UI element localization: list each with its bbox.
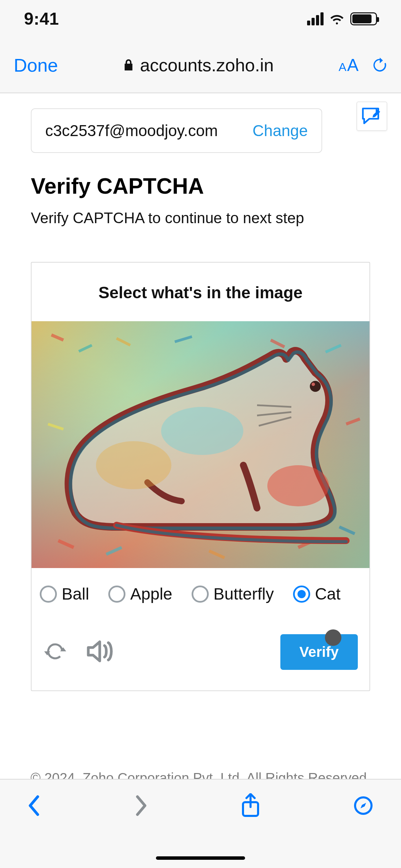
captcha-card: Select what's in the image	[31, 262, 370, 691]
svg-point-16	[310, 381, 321, 392]
text-size-large-a: A	[347, 56, 359, 75]
done-button[interactable]: Done	[14, 55, 58, 76]
cursor-indicator	[325, 629, 341, 646]
url-text: accounts.zoho.in	[140, 55, 274, 75]
url-area[interactable]: accounts.zoho.in	[58, 55, 339, 75]
status-time: 9:41	[24, 9, 59, 29]
open-in-safari-button[interactable]	[353, 795, 374, 816]
account-email: c3c2537f@moodjoy.com	[45, 121, 253, 140]
svg-point-21	[267, 465, 329, 506]
share-icon	[241, 793, 260, 818]
browser-bottom-toolbar	[0, 779, 401, 868]
svg-marker-27	[361, 803, 366, 808]
refresh-captcha-button[interactable]	[43, 639, 67, 665]
text-size-button[interactable]: AA	[339, 55, 359, 75]
home-indicator	[156, 856, 245, 860]
page-subtitle: Verify CAPTCHA to continue to next step	[31, 208, 370, 227]
svg-point-23	[161, 407, 243, 455]
page-title: Verify CAPTCHA	[31, 173, 370, 199]
compass-icon	[353, 795, 374, 816]
chevron-left-icon	[27, 795, 41, 817]
email-pill: c3c2537f@moodjoy.com Change	[31, 108, 322, 153]
feedback-button[interactable]	[356, 101, 387, 131]
radio-icon	[293, 586, 310, 603]
status-bar: 9:41	[0, 0, 401, 38]
captcha-option-cat[interactable]: Cat	[293, 584, 341, 603]
radio-label: Ball	[62, 584, 89, 603]
wifi-icon	[329, 13, 345, 25]
svg-point-22	[96, 441, 171, 489]
feedback-icon	[362, 107, 382, 126]
captcha-image	[32, 321, 369, 568]
radio-label: Butterfly	[214, 584, 274, 603]
lock-icon	[123, 58, 134, 72]
page-content: c3c2537f@moodjoy.com Change Verify CAPTC…	[0, 93, 401, 779]
audio-captcha-button[interactable]	[86, 639, 113, 665]
battery-icon	[350, 12, 377, 25]
captcha-option-apple[interactable]: Apple	[108, 584, 172, 603]
captcha-option-ball[interactable]: Ball	[40, 584, 89, 603]
change-email-link[interactable]: Change	[253, 121, 308, 140]
status-icons	[307, 12, 377, 25]
captcha-option-butterfly[interactable]: Butterfly	[192, 584, 274, 603]
speaker-icon	[86, 639, 113, 663]
radio-icon	[192, 586, 209, 603]
forward-button[interactable]	[134, 795, 148, 817]
browser-url-bar: Done accounts.zoho.in AA	[0, 45, 401, 86]
copyright-text: © 2024, Zoho Corporation Pvt. Ltd. All R…	[0, 770, 401, 779]
radio-label: Apple	[130, 584, 172, 603]
back-button[interactable]	[27, 795, 41, 817]
captcha-options: Ball Apple Butterfly Cat	[32, 568, 369, 603]
verify-button[interactable]: Verify	[280, 634, 358, 670]
share-button[interactable]	[241, 793, 260, 818]
radio-icon	[108, 586, 125, 603]
radio-icon	[40, 586, 57, 603]
reload-button[interactable]	[372, 57, 387, 73]
cellular-signal-icon	[307, 12, 324, 25]
refresh-icon	[43, 639, 67, 663]
svg-point-17	[312, 383, 315, 386]
verify-button-label: Verify	[300, 644, 339, 660]
radio-label: Cat	[315, 584, 341, 603]
chevron-right-icon	[134, 795, 148, 817]
captcha-prompt: Select what's in the image	[32, 263, 369, 321]
text-size-small-a: A	[339, 60, 347, 73]
